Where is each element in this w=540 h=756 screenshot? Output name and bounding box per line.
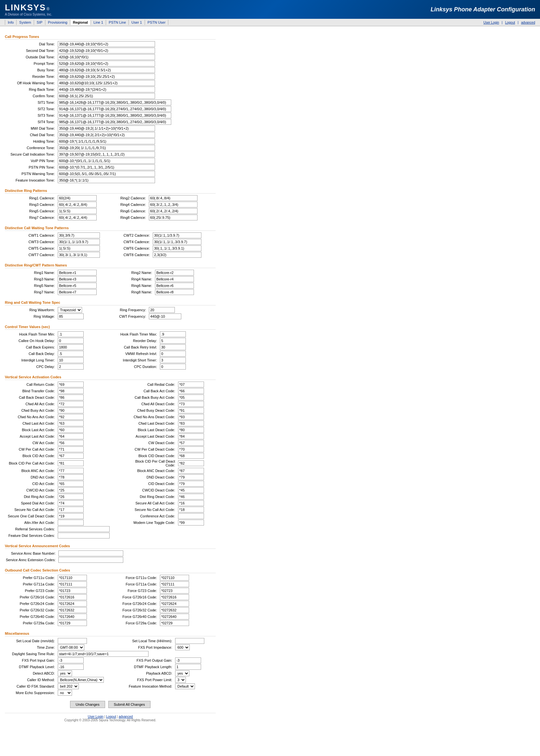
force-g711a-code-input[interactable] bbox=[160, 581, 189, 587]
secure-no-call-act-code2-input[interactable] bbox=[178, 507, 204, 512]
ring2-name-input[interactable] bbox=[155, 270, 194, 275]
cid-act-code-input[interactable] bbox=[58, 481, 84, 486]
sit1-tone-input[interactable] bbox=[58, 99, 171, 105]
dist-ring-deact-code-input[interactable] bbox=[178, 494, 204, 499]
block-cid-deact-code-input[interactable] bbox=[178, 453, 204, 459]
footer-advanced[interactable]: advanced bbox=[119, 715, 133, 718]
conference-act-code-input[interactable] bbox=[178, 513, 204, 519]
fxs-port-input-gain-input[interactable] bbox=[58, 657, 84, 663]
force-g723-code-input[interactable] bbox=[160, 588, 189, 594]
call-back-retry-intvl-input[interactable] bbox=[160, 344, 186, 350]
cwt7-cadence-input[interactable] bbox=[58, 252, 100, 258]
cw-per-call-act-code-input[interactable] bbox=[58, 446, 84, 452]
nav-regional[interactable]: Regional bbox=[70, 20, 91, 25]
ring1-cadence-input[interactable] bbox=[58, 195, 97, 201]
service-annc-base-number-input[interactable] bbox=[59, 550, 123, 556]
nav-user-login[interactable]: User Login bbox=[483, 21, 499, 24]
nav-provisioning[interactable]: Provisioning bbox=[46, 20, 70, 25]
sit4-tone-input[interactable] bbox=[58, 119, 171, 125]
pstn-pin-tone-input[interactable] bbox=[58, 164, 155, 170]
fxs-port-power-limit-select[interactable]: 3 bbox=[175, 677, 186, 683]
hook-flash-max-input[interactable] bbox=[160, 331, 186, 337]
cwcid-act-code-input[interactable] bbox=[58, 487, 84, 493]
block-anc-deact-code-input[interactable] bbox=[178, 468, 204, 474]
secure-all-call-act-code-input[interactable] bbox=[178, 500, 204, 506]
set-local-time-input[interactable] bbox=[175, 638, 204, 644]
cwcid-deact-code-input[interactable] bbox=[178, 487, 204, 493]
cfwd-busy-act-code-input[interactable] bbox=[58, 407, 84, 413]
outside-dial-tone-input[interactable] bbox=[58, 54, 155, 60]
cfwd-no-ans-deact-code-input[interactable] bbox=[178, 414, 204, 420]
time-zone-select[interactable]: GMT-08:00 bbox=[58, 644, 84, 650]
caller-id-fsk-standard-select[interactable]: bell 202 bbox=[58, 683, 79, 689]
cwt8-cadence-input[interactable] bbox=[153, 252, 202, 258]
force-g729a-code-input[interactable] bbox=[160, 620, 189, 626]
force-g726r16-code-input[interactable] bbox=[160, 594, 189, 600]
ring3-cadence-input[interactable] bbox=[58, 202, 97, 207]
prefer-g711u-code-input[interactable] bbox=[58, 575, 87, 581]
sit3-tone-input[interactable] bbox=[58, 113, 171, 118]
accept-last-act-code-input[interactable] bbox=[58, 433, 84, 439]
force-g726r24-code-input[interactable] bbox=[160, 601, 189, 606]
undo-changes-button[interactable]: Undo Changes bbox=[70, 701, 105, 708]
cwt-frequency-input[interactable] bbox=[149, 313, 181, 319]
nav-pstn-user[interactable]: PSTN User bbox=[145, 20, 169, 25]
nav-logout[interactable]: Logout bbox=[505, 21, 515, 24]
cw-deact-code-input[interactable] bbox=[178, 440, 204, 446]
dial-tone-input[interactable] bbox=[58, 41, 155, 47]
vmwi-refresh-intvl-input[interactable] bbox=[160, 351, 186, 357]
cw-act-code-input[interactable] bbox=[58, 440, 84, 446]
block-cid-per-call-deact-code-input[interactable] bbox=[178, 460, 204, 466]
ring4-cadence-input[interactable] bbox=[149, 202, 198, 207]
ring2-cadence-input[interactable] bbox=[149, 195, 198, 201]
reorder-tone-input[interactable] bbox=[58, 73, 155, 79]
prefer-g726r16-code-input[interactable] bbox=[58, 594, 87, 600]
referral-services-codes-input[interactable] bbox=[58, 526, 110, 532]
cid-deact-code-input[interactable] bbox=[178, 481, 204, 486]
dnd-act-code-input[interactable] bbox=[58, 474, 84, 480]
force-g726r40-code-input[interactable] bbox=[160, 614, 189, 619]
ring7-name-input[interactable] bbox=[58, 289, 97, 295]
ring-frequency-input[interactable] bbox=[149, 307, 175, 313]
prefer-g726r32-code-input[interactable] bbox=[58, 607, 87, 613]
cwt4-cadence-input[interactable] bbox=[153, 239, 202, 245]
prefer-g711a-code-input[interactable] bbox=[58, 581, 87, 587]
cfwd-dial-tone-input[interactable] bbox=[58, 132, 155, 138]
confirm-tone-input[interactable] bbox=[58, 93, 155, 99]
ring3-name-input[interactable] bbox=[58, 276, 97, 282]
holding-tone-input[interactable] bbox=[58, 139, 155, 144]
pstn-warning-tone-input[interactable] bbox=[58, 171, 155, 177]
ring8-name-input[interactable] bbox=[155, 289, 194, 295]
ring7-cadence-input[interactable] bbox=[58, 215, 97, 220]
playback-abcd-select[interactable]: yesno bbox=[175, 670, 190, 676]
submit-all-changes-button[interactable]: Submit All Changes bbox=[108, 701, 151, 708]
call-redial-code-input[interactable] bbox=[178, 381, 204, 387]
block-anc-act-code-input[interactable] bbox=[58, 468, 84, 474]
cfwd-busy-deact-code-input[interactable] bbox=[178, 407, 204, 413]
ring-waveform-select[interactable]: TrapezoidSinusoid bbox=[58, 307, 82, 313]
detect-abcd-select[interactable]: yesno bbox=[58, 670, 72, 676]
dst-rule-input[interactable] bbox=[58, 651, 149, 657]
ring5-cadence-input[interactable] bbox=[58, 208, 97, 214]
call-back-act-code-input[interactable] bbox=[178, 388, 204, 394]
feature-dial-services-codes-input[interactable] bbox=[58, 533, 110, 538]
ring1-name-input[interactable] bbox=[58, 270, 97, 275]
secure-call-indication-tone-input[interactable] bbox=[58, 152, 155, 157]
block-last-act-code-input[interactable] bbox=[58, 427, 84, 433]
callee-on-hook-delay-input[interactable] bbox=[58, 338, 84, 344]
cwt1-cadence-input[interactable] bbox=[58, 232, 100, 238]
interdigit-short-timer-input[interactable] bbox=[160, 357, 186, 363]
nav-sip[interactable]: SIP bbox=[34, 20, 46, 25]
call-back-delay-input[interactable] bbox=[58, 351, 84, 357]
nav-pstn-line[interactable]: PSTN Line bbox=[106, 20, 129, 25]
ring6-name-input[interactable] bbox=[155, 283, 194, 288]
cw-per-call-deact-code-input[interactable] bbox=[178, 446, 204, 452]
nav-user1[interactable]: User 1 bbox=[129, 20, 145, 25]
cpc-delay-input[interactable] bbox=[58, 364, 84, 370]
force-g726r32-code-input[interactable] bbox=[160, 607, 189, 613]
dnd-deact-code-input[interactable] bbox=[178, 474, 204, 480]
nav-system[interactable]: System bbox=[17, 20, 34, 25]
fxs-port-impedance-select[interactable]: 600 bbox=[175, 644, 190, 650]
nav-line1[interactable]: Line 1 bbox=[91, 20, 106, 25]
block-cid-act-code-input[interactable] bbox=[58, 453, 84, 459]
